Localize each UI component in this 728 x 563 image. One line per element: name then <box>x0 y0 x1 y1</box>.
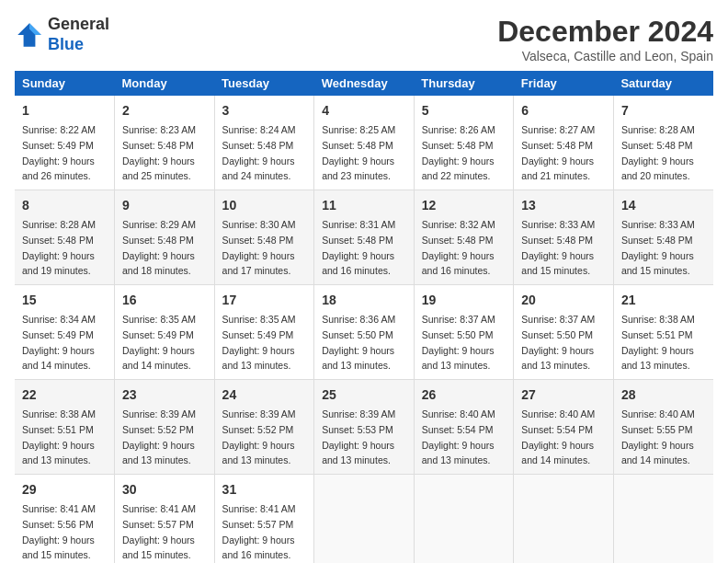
sunrise-text: Sunrise: 8:22 AM <box>22 124 96 135</box>
table-row <box>514 475 614 564</box>
daylight-text: Daylight: 9 hours and 13 minutes. <box>521 345 594 372</box>
day-number: 15 <box>22 291 107 310</box>
daylight-text: Daylight: 9 hours and 16 minutes. <box>322 250 394 277</box>
sunrise-text: Sunrise: 8:38 AM <box>621 314 695 325</box>
sunset-text: Sunset: 5:48 PM <box>322 235 393 246</box>
daylight-text: Daylight: 9 hours and 13 minutes. <box>122 440 195 466</box>
sunrise-text: Sunrise: 8:23 AM <box>122 124 196 135</box>
sunrise-text: Sunrise: 8:37 AM <box>521 314 595 325</box>
daylight-text: Daylight: 9 hours and 13 minutes. <box>422 440 495 466</box>
table-row: 31 Sunrise: 8:41 AM Sunset: 5:57 PM Dayl… <box>214 475 314 564</box>
sunrise-text: Sunrise: 8:24 AM <box>222 124 296 135</box>
table-row <box>414 475 514 564</box>
daylight-text: Daylight: 9 hours and 14 minutes. <box>621 440 694 466</box>
page-header: General Blue December 2024 Valseca, Cast… <box>15 15 713 63</box>
sunrise-text: Sunrise: 8:29 AM <box>122 219 196 230</box>
sunrise-text: Sunrise: 8:26 AM <box>422 124 495 135</box>
sunset-text: Sunset: 5:48 PM <box>621 140 693 151</box>
table-row: 27 Sunrise: 8:40 AM Sunset: 5:54 PM Dayl… <box>514 380 614 475</box>
sunrise-text: Sunrise: 8:35 AM <box>222 314 296 325</box>
col-wednesday: Wednesday <box>314 71 415 96</box>
day-number: 22 <box>22 385 107 405</box>
daylight-text: Daylight: 9 hours and 13 minutes. <box>222 345 295 372</box>
table-row: 9 Sunrise: 8:29 AM Sunset: 5:48 PM Dayli… <box>115 190 215 285</box>
daylight-text: Daylight: 9 hours and 16 minutes. <box>422 250 495 277</box>
sunrise-text: Sunrise: 8:38 AM <box>22 408 96 419</box>
sunset-text: Sunset: 5:48 PM <box>322 140 393 151</box>
table-row: 19 Sunrise: 8:37 AM Sunset: 5:50 PM Dayl… <box>414 285 514 380</box>
sunrise-text: Sunrise: 8:40 AM <box>422 408 495 419</box>
calendar-header: Sunday Monday Tuesday Wednesday Thursday… <box>15 71 713 96</box>
sunrise-text: Sunrise: 8:31 AM <box>322 219 395 230</box>
sunrise-text: Sunrise: 8:41 AM <box>122 503 196 514</box>
sunset-text: Sunset: 5:56 PM <box>22 519 94 530</box>
table-row: 22 Sunrise: 8:38 AM Sunset: 5:51 PM Dayl… <box>15 380 115 475</box>
daylight-text: Daylight: 9 hours and 26 minutes. <box>22 155 95 182</box>
sunset-text: Sunset: 5:48 PM <box>422 140 494 151</box>
sunset-text: Sunset: 5:51 PM <box>621 329 693 340</box>
table-row: 23 Sunrise: 8:39 AM Sunset: 5:52 PM Dayl… <box>115 380 215 475</box>
table-row: 26 Sunrise: 8:40 AM Sunset: 5:54 PM Dayl… <box>414 380 514 475</box>
day-number: 5 <box>422 101 506 121</box>
sunrise-text: Sunrise: 8:41 AM <box>222 503 296 514</box>
logo: General Blue <box>15 15 109 54</box>
table-row: 28 Sunrise: 8:40 AM Sunset: 5:55 PM Dayl… <box>613 380 713 475</box>
day-number: 28 <box>621 385 706 405</box>
day-number: 9 <box>122 196 207 215</box>
col-monday: Monday <box>115 71 215 96</box>
day-number: 1 <box>22 101 107 121</box>
calendar-table: Sunday Monday Tuesday Wednesday Thursday… <box>15 71 713 563</box>
sunrise-text: Sunrise: 8:28 AM <box>22 219 96 230</box>
table-row: 25 Sunrise: 8:39 AM Sunset: 5:53 PM Dayl… <box>314 380 415 475</box>
sunset-text: Sunset: 5:49 PM <box>122 329 194 340</box>
daylight-text: Daylight: 9 hours and 14 minutes. <box>521 440 594 466</box>
sunrise-text: Sunrise: 8:39 AM <box>222 408 296 419</box>
sunrise-text: Sunrise: 8:27 AM <box>521 124 595 135</box>
daylight-text: Daylight: 9 hours and 24 minutes. <box>222 155 295 182</box>
daylight-text: Daylight: 9 hours and 14 minutes. <box>122 345 195 372</box>
sunset-text: Sunset: 5:51 PM <box>22 424 94 435</box>
col-thursday: Thursday <box>414 71 514 96</box>
day-number: 4 <box>322 101 406 121</box>
sunset-text: Sunset: 5:48 PM <box>521 140 593 151</box>
daylight-text: Daylight: 9 hours and 14 minutes. <box>22 345 95 372</box>
table-row: 24 Sunrise: 8:39 AM Sunset: 5:52 PM Dayl… <box>214 380 314 475</box>
daylight-text: Daylight: 9 hours and 13 minutes. <box>621 345 694 372</box>
day-number: 12 <box>422 196 506 215</box>
table-row: 15 Sunrise: 8:34 AM Sunset: 5:49 PM Dayl… <box>15 285 115 380</box>
sunset-text: Sunset: 5:49 PM <box>22 329 94 340</box>
daylight-text: Daylight: 9 hours and 22 minutes. <box>422 155 495 182</box>
logo-icon <box>15 20 44 50</box>
month-title: December 2024 <box>497 15 713 49</box>
daylight-text: Daylight: 9 hours and 15 minutes. <box>122 534 195 561</box>
table-row: 5 Sunrise: 8:26 AM Sunset: 5:48 PM Dayli… <box>414 96 514 190</box>
table-row: 8 Sunrise: 8:28 AM Sunset: 5:48 PM Dayli… <box>15 190 115 285</box>
day-number: 29 <box>22 480 107 500</box>
sunrise-text: Sunrise: 8:33 AM <box>521 219 595 230</box>
table-row: 6 Sunrise: 8:27 AM Sunset: 5:48 PM Dayli… <box>514 96 614 190</box>
daylight-text: Daylight: 9 hours and 16 minutes. <box>222 534 295 561</box>
sunset-text: Sunset: 5:50 PM <box>322 329 393 340</box>
daylight-text: Daylight: 9 hours and 20 minutes. <box>621 155 694 182</box>
sunrise-text: Sunrise: 8:35 AM <box>122 314 196 325</box>
sunset-text: Sunset: 5:50 PM <box>521 329 593 340</box>
sunrise-text: Sunrise: 8:30 AM <box>222 219 296 230</box>
sunset-text: Sunset: 5:54 PM <box>422 424 494 435</box>
day-number: 2 <box>122 101 207 121</box>
calendar-body: 1 Sunrise: 8:22 AM Sunset: 5:49 PM Dayli… <box>15 96 713 563</box>
sunset-text: Sunset: 5:48 PM <box>222 140 294 151</box>
sunset-text: Sunset: 5:52 PM <box>122 424 194 435</box>
day-number: 11 <box>322 196 406 215</box>
table-row: 20 Sunrise: 8:37 AM Sunset: 5:50 PM Dayl… <box>514 285 614 380</box>
sunset-text: Sunset: 5:54 PM <box>521 424 593 435</box>
day-number: 7 <box>621 101 706 121</box>
daylight-text: Daylight: 9 hours and 13 minutes. <box>22 440 95 466</box>
table-row <box>613 475 713 564</box>
daylight-text: Daylight: 9 hours and 13 minutes. <box>322 345 394 372</box>
table-row: 12 Sunrise: 8:32 AM Sunset: 5:48 PM Dayl… <box>414 190 514 285</box>
sunset-text: Sunset: 5:48 PM <box>422 235 494 246</box>
table-row: 11 Sunrise: 8:31 AM Sunset: 5:48 PM Dayl… <box>314 190 415 285</box>
day-number: 18 <box>322 291 406 310</box>
table-row: 16 Sunrise: 8:35 AM Sunset: 5:49 PM Dayl… <box>115 285 215 380</box>
table-row: 30 Sunrise: 8:41 AM Sunset: 5:57 PM Dayl… <box>115 475 215 564</box>
